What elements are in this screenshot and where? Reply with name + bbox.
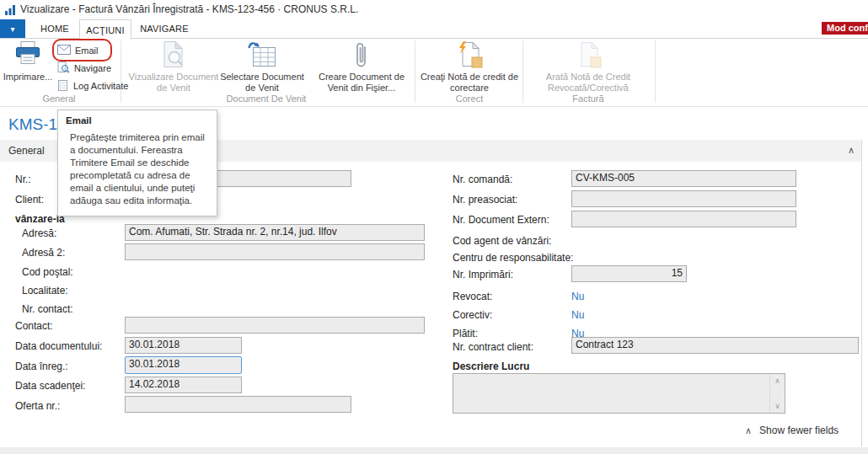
collapse-chevron-icon[interactable]: ∧ [848,146,855,155]
cod-agent-vanzari-label: Cod agent de vânzări: [453,235,551,247]
selectare-document-venit-button[interactable]: Selectare Document de Venit [217,40,307,93]
group-label-document-de-venit: Document De Venit [177,93,356,104]
corectiv-label: Corectiv: [453,309,492,321]
email-tooltip: Email Pregăteşte trimiterea prin email a… [57,109,217,216]
nr-contact-label: Nr. contact: [22,303,73,315]
ribbon-separator [522,40,523,103]
adresa-label: Adresă: [22,227,56,239]
log-activitate-button[interactable]: Log Activitate [57,77,128,94]
nr-document-extern-field[interactable] [571,211,796,227]
vizualizare-document-venit-button: Vizualizare Document de Venit [128,40,219,93]
nr-comanda-field[interactable]: CV-KMS-005 [571,170,796,187]
data-documentului-label: Data documentului: [15,340,102,352]
email-icon [57,45,71,56]
table-select-icon [248,40,276,71]
group-label-corect: Corect [419,93,520,104]
tab-actiuni[interactable]: ACŢIUNI [79,19,131,40]
corectiv-value-link[interactable]: Nu [571,309,584,321]
group-label-general: General [17,93,101,104]
app-chart-icon [4,3,17,19]
client-label: Client: [15,194,44,206]
printer-icon [14,40,41,71]
adresa2-label: Adresă 2: [22,247,65,259]
navigare-button[interactable]: Navigare [57,60,111,77]
creati-nota-credit-button[interactable]: Creaţi Notă de credit de corectare [419,40,520,93]
chevron-up-icon: ∧ [745,426,752,435]
credit-note-lightning-icon [456,40,483,71]
nr-contract-client-field[interactable]: Contract 123 [571,337,859,354]
window-title: Vizualizare - Factură Vânzări Înregistra… [20,3,358,15]
log-notepad-icon [57,79,69,93]
content-right-edge [861,140,862,446]
platit-label: Plătit: [453,328,478,339]
tab-navigare[interactable]: NAVIGARE [131,19,197,38]
imprimare-button[interactable]: Imprimare... [3,40,52,83]
group-label-factura: Factură [536,93,640,104]
contact-field[interactable] [125,317,425,334]
paperclip-icon [354,40,369,71]
ribbon-divider [0,106,868,107]
nr-imprimari-field[interactable]: 15 [571,265,687,282]
document-search-icon [162,40,185,71]
descriere-lucru-label: Descriere Lucru [453,361,529,372]
tooltip-body: Pregăteşte trimiterea prin email a docum… [70,131,210,207]
oferta-nr-field[interactable] [125,396,351,413]
nr-preasociat-label: Nr. preasociat: [453,194,517,206]
data-inreg-field[interactable]: 30.01.2018 [125,356,242,374]
data-documentului-field[interactable]: 30.01.2018 [125,337,242,354]
nr-comanda-label: Nr. comandă: [453,174,512,185]
config-mode-badge: Mod configurare [822,22,868,35]
adresa-field[interactable]: Com. Afumati, Str. Strada nr. 2, nr.14, … [125,224,425,241]
adresa2-field[interactable] [125,243,425,260]
revocat-value-link[interactable]: Nu [571,291,584,302]
arata-nota-credit-button: Arată Notă de Credit Revocată/Corectivă [536,40,640,93]
descriere-lucru-textarea[interactable]: ∧ ∨ [453,373,785,414]
nr-contract-client-label: Nr. contract client: [453,341,533,353]
chevron-down-icon: ▾ [10,24,14,34]
ribbon-separator [655,40,656,103]
nr-label: Nr.: [15,174,31,185]
contact-label: Contact: [15,320,53,332]
data-scadentei-field[interactable]: 14.02.2018 [125,377,242,393]
nr-document-extern-label: Nr. Document Extern: [453,214,549,226]
document-magnifier-icon [57,61,70,76]
bottom-bar [0,447,868,454]
app-menu-button[interactable]: ▾ [0,19,25,38]
tooltip-title: Email [66,115,210,126]
scroll-down-icon[interactable]: ∨ [774,402,780,410]
centru-responsabilitate-label: Centru de responsabilitate: [453,252,573,264]
tab-home[interactable]: HOME [30,19,79,38]
localitate-label: Localitate: [22,285,68,296]
textarea-scrollbar[interactable]: ∧ ∨ [769,374,785,413]
app-window: Vizualizare - Factură Vânzări Înregistra… [0,0,868,454]
data-inreg-label: Data înreg.: [15,361,68,372]
nr-preasociat-field[interactable] [571,190,796,207]
revocat-label: Revocat: [453,291,492,302]
oferta-nr-label: Oferta nr.: [15,400,60,412]
show-fewer-fields-button[interactable]: ∧ Show fewer fields [745,425,839,436]
email-button[interactable]: Email [57,42,99,59]
credit-note-disabled-icon [575,40,602,71]
ribbon-separator [121,40,121,103]
ribbon-separator [415,40,415,103]
creare-document-venit-button[interactable]: Creare Document de Venit din Fişier... [308,40,415,93]
data-scadentei-label: Data scadenţei: [15,380,85,392]
scroll-up-icon[interactable]: ∧ [774,377,780,385]
nr-imprimari-label: Nr. Imprimări: [453,269,513,280]
cod-postal-label: Cod poştal: [22,266,73,278]
